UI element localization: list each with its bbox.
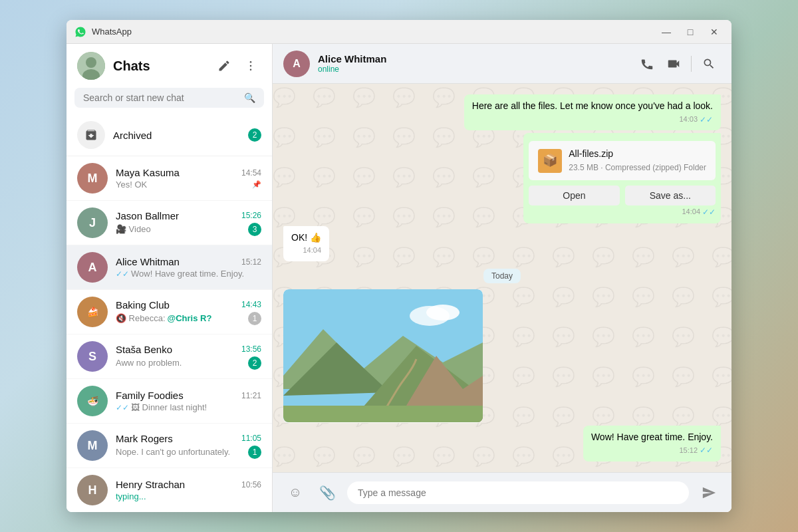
read-receipt-icon: ✓✓ [700, 445, 713, 456]
chat-header-actions [635, 52, 721, 76]
day-divider: Today [483, 269, 521, 281]
chat-list: Archived 2 M Maya Kasuma 14:54 Yes! OK 📌 [66, 114, 272, 512]
main-content: Chats 🔍 [66, 44, 732, 512]
emoji-button[interactable]: ☺ [283, 481, 307, 505]
avatar: 🍰 [77, 297, 108, 327]
avatar: M [77, 163, 108, 194]
maximize-button[interactable]: □ [681, 25, 700, 39]
titlebar-title: WhatsApp [92, 27, 657, 37]
search-messages-button[interactable] [697, 52, 721, 76]
archived-row[interactable]: Archived 2 [66, 114, 272, 156]
close-button[interactable]: ✕ [705, 25, 724, 39]
sidebar-actions [213, 55, 261, 76]
titlebar: WhatsApp — □ ✕ [66, 20, 732, 44]
svg-point-4 [250, 65, 252, 67]
chat-info: Family Foodies 11:21 ✓✓ 🖼 Dinner last ni… [116, 390, 261, 412]
app-window: WhatsApp — □ ✕ Chats [66, 20, 732, 512]
chat-preview: ✓✓ 🖼 Dinner last night! [116, 402, 261, 412]
search-icon: 🔍 [244, 92, 255, 103]
voice-call-button[interactable] [635, 52, 659, 76]
chat-preview: 🔇 Rebecca: @Chris R? [116, 313, 245, 323]
avatar[interactable] [77, 52, 105, 80]
chat-preview: Aww no problem. [116, 358, 245, 368]
archive-icon [77, 121, 105, 149]
unread-badge: 3 [248, 223, 261, 236]
header-divider [691, 56, 692, 72]
chat-panel: A Alice Whitman online [273, 44, 732, 512]
chat-preview: Nope. I can't go unfortunately. [116, 447, 245, 457]
message-text: Here are all the files. Let me know once… [472, 100, 713, 111]
attach-button[interactable]: 📎 [315, 481, 339, 505]
search-input-wrap[interactable]: 🔍 [74, 88, 264, 108]
chat-time: 11:05 [241, 434, 261, 443]
chat-name: Alice Whitman [116, 256, 180, 267]
avatar: S [77, 341, 108, 372]
list-item[interactable]: H Henry Strachan 10:56 typing... [66, 468, 272, 512]
avatar: J [77, 207, 108, 238]
menu-button[interactable] [240, 55, 261, 76]
unread-badge: 2 [248, 356, 261, 370]
message-bubble: Wow! Have great time. Enjoy. 15:12 ✓✓ [583, 426, 721, 462]
file-size: 23.5 MB · Compressed (zipped) Folder [569, 162, 706, 174]
save-file-button[interactable]: Save as... [625, 186, 716, 205]
message-bubble: So beautiful here! 15:06 ❤️ [283, 289, 483, 423]
contact-name: Alice Whitman [318, 53, 627, 65]
message-bubble: Here are all the files. Let me know once… [464, 94, 721, 130]
window-controls: — □ ✕ [657, 25, 724, 39]
archived-label: Archived [113, 130, 248, 141]
chat-name: Family Foodies [116, 390, 184, 401]
new-chat-button[interactable] [213, 55, 235, 76]
search-input[interactable] [83, 92, 239, 103]
contact-avatar[interactable]: A [283, 51, 310, 77]
message-time: 15:12 [679, 446, 698, 456]
message-bubble: 📦 All-files.zip 23.5 MB · Compressed (zi… [523, 133, 721, 223]
chat-time: 13:56 [241, 344, 261, 354]
chat-name: Mark Rogers [116, 433, 173, 444]
photo-message [283, 289, 483, 422]
read-receipt-icon: ✓✓ [702, 207, 716, 218]
chat-time: 14:54 [241, 168, 261, 178]
message-text: Wow! Have great time. Enjoy. [591, 432, 713, 442]
svg-rect-13 [283, 406, 483, 422]
avatar: H [77, 475, 108, 505]
list-item[interactable]: M Maya Kasuma 14:54 Yes! OK 📌 [66, 156, 272, 201]
svg-point-1 [86, 57, 96, 68]
archived-badge: 2 [248, 128, 261, 142]
pin-icon: 📌 [252, 180, 261, 189]
list-item[interactable]: 🍜 Family Foodies 11:21 ✓✓ 🖼 Dinner last … [66, 379, 272, 424]
chat-preview: ✓✓ Wow! Have great time. Enjoy. [116, 269, 261, 279]
message-time: 14:03 [679, 114, 698, 124]
avatar: 🍜 [77, 386, 108, 416]
file-icon: 📦 [538, 149, 562, 173]
chat-time: 10:56 [241, 480, 261, 489]
message-time: 14:04 [303, 245, 321, 255]
list-item[interactable]: A Alice Whitman 15:12 ✓✓ Wow! Have great… [66, 245, 272, 290]
avatar: M [77, 430, 108, 461]
message-input[interactable] [347, 481, 689, 504]
contact-status: online [318, 65, 627, 74]
chat-info: Alice Whitman 15:12 ✓✓ Wow! Have great t… [116, 256, 261, 279]
list-item[interactable]: 🍰 Baking Club 14:43 🔇 Rebecca: @Chris R?… [66, 290, 272, 334]
search-bar: 🔍 [66, 88, 272, 114]
chat-header: A Alice Whitman online [273, 44, 732, 84]
list-item[interactable]: S Staša Benko 13:56 Aww no problem. 2 [66, 334, 272, 379]
list-item[interactable]: J Jason Ballmer 15:26 🎥 Video 3 [66, 201, 272, 245]
file-attachment: 📦 All-files.zip 23.5 MB · Compressed (zi… [529, 141, 716, 180]
minimize-button[interactable]: — [657, 25, 676, 39]
chat-info: Staša Benko 13:56 Aww no problem. 2 [116, 344, 261, 370]
open-file-button[interactable]: Open [529, 186, 619, 205]
chat-info: Henry Strachan 10:56 typing... [116, 479, 261, 501]
chat-name: Baking Club [116, 299, 170, 311]
chat-header-info: Alice Whitman online [318, 53, 627, 74]
chat-time: 15:12 [241, 257, 261, 267]
message-bubble: OK! 👍 14:04 [283, 226, 329, 261]
send-button[interactable] [697, 481, 721, 505]
file-actions: Open Save as... [529, 186, 716, 205]
read-receipt-icon: ✓✓ [116, 269, 129, 279]
video-call-button[interactable] [662, 52, 686, 76]
messages-area: Here are all the files. Let me know once… [273, 84, 732, 472]
list-item[interactable]: M Mark Rogers 11:05 Nope. I can't go unf… [66, 424, 272, 468]
chat-name: Jason Ballmer [116, 210, 179, 221]
chat-time: 14:43 [241, 300, 261, 309]
svg-point-8 [426, 305, 460, 321]
